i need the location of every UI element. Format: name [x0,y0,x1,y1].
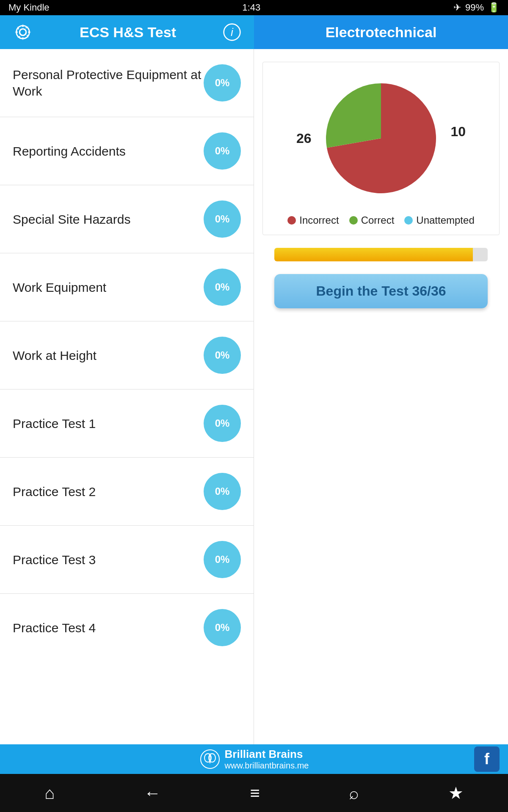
list-item-ppe[interactable]: Personal Protective Equipment at Work 0% [0,49,254,117]
score-circle-test2: 0% [204,473,241,510]
status-right: ✈ 99% 🔋 [453,2,500,13]
legend-unattempted: Unattempted [404,214,474,226]
pie-chart: 26 10 [313,71,449,206]
brand-name: Brilliant Brains [225,748,309,761]
header-right: Electrotechnical [254,15,508,49]
score-circle-equipment: 0% [204,269,241,306]
top-header: ECS H&S Test i Electrotechnical [0,15,508,49]
svg-point-2 [19,29,26,35]
right-panel: 26 10 [254,49,508,744]
score-circle-reporting: 0% [204,132,241,170]
svg-text:i: i [231,26,234,38]
svg-point-1 [17,26,30,39]
pie-legend: Incorrect Correct Unattempted [287,214,474,226]
airplane-icon: ✈ [453,2,461,13]
brand-url: www.brilliantbrains.me [225,761,309,771]
brand-center: Brilliant Brains www.brilliantbrains.me [199,748,309,771]
back-button[interactable]: ← [144,784,161,803]
score-circle-test1: 0% [204,405,241,442]
list-item-label-height: Work at Height [13,347,204,364]
list-item-test3[interactable]: Practice Test 3 0% [0,526,254,594]
incorrect-value: 26 [296,131,312,146]
legend-incorrect: Incorrect [287,214,339,226]
list-item-hazards[interactable]: Special Site Hazards 0% [0,185,254,253]
footer-brand: Brilliant Brains www.brilliantbrains.me … [0,744,508,774]
score-circle-test4: 0% [204,609,241,646]
score-circle-test3: 0% [204,541,241,578]
star-button[interactable]: ★ [448,783,464,803]
facebook-button[interactable]: f [474,746,500,772]
list-item-height[interactable]: Work at Height 0% [0,321,254,390]
main-content: Personal Protective Equipment at Work 0%… [0,49,508,744]
battery-icon: 🔋 [488,2,500,13]
list-item-test4[interactable]: Practice Test 4 0% [0,594,254,661]
gear-icon[interactable] [13,22,33,42]
list-item-label-hazards: Special Site Hazards [13,211,204,228]
list-item-label-test4: Practice Test 4 [13,620,204,636]
unattempted-label: Unattempted [416,214,474,226]
incorrect-dot [287,216,296,225]
status-bar: My Kindle 1:43 ✈ 99% 🔋 [0,0,508,15]
section-title: Electrotechnical [326,24,437,41]
list-item-reporting[interactable]: Reporting Accidents 0% [0,117,254,185]
app-name: My Kindle [8,2,50,13]
list-item-label-test2: Practice Test 2 [13,483,204,500]
header-title: ECS H&S Test [80,24,176,41]
correct-value: 10 [450,124,466,140]
progress-bar-fill [274,248,473,261]
bottom-nav: ⌂ ← ≡ ⌕ ★ [0,774,508,812]
unattempted-dot [404,216,413,225]
left-panel: Personal Protective Equipment at Work 0%… [0,49,254,744]
progress-bar-container [274,248,488,261]
list-item-label-test3: Practice Test 3 [13,551,204,568]
list-item-test2[interactable]: Practice Test 2 0% [0,458,254,526]
battery-level: 99% [465,2,484,13]
correct-label: Correct [361,214,395,226]
search-button[interactable]: ⌕ [349,784,359,803]
score-circle-height: 0% [204,337,241,374]
list-item-label-ppe: Personal Protective Equipment at Work [13,66,204,99]
correct-dot [349,216,358,225]
list-item-label-equipment: Work Equipment [13,279,204,296]
score-circle-hazards: 0% [204,200,241,238]
info-icon[interactable]: i [223,23,241,41]
home-button[interactable]: ⌂ [44,784,55,803]
begin-test-button[interactable]: Begin the Test 36/36 [274,274,488,308]
list-item-test1[interactable]: Practice Test 1 0% [0,390,254,458]
header-left: ECS H&S Test i [0,15,254,49]
menu-button[interactable]: ≡ [250,784,260,803]
list-item-equipment[interactable]: Work Equipment 0% [0,253,254,321]
legend-correct: Correct [349,214,395,226]
list-item-label-test1: Practice Test 1 [13,415,204,432]
brain-icon [199,749,221,770]
score-circle-ppe: 0% [204,64,241,102]
pie-chart-container: 26 10 [262,62,500,235]
list-item-label-reporting: Reporting Accidents [13,143,204,159]
time: 1:43 [242,2,260,13]
incorrect-label: Incorrect [299,214,339,226]
